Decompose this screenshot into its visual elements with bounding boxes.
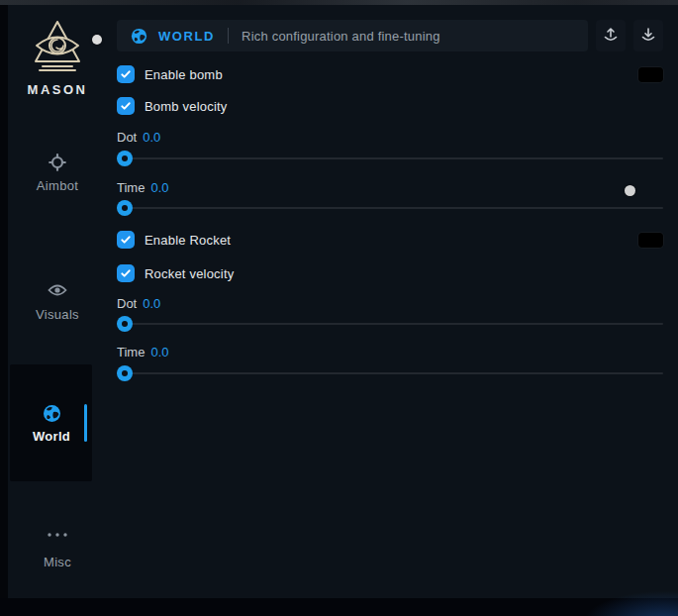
brand-name: MASON [8,82,107,97]
globe-icon [131,28,147,45]
rocket-velocity-checkbox[interactable] [117,264,135,282]
slider-value: 0.0 [150,180,168,195]
cursor-dot [92,35,102,45]
bomb-dot-slider[interactable] [117,151,663,166]
slider-name: Time [117,180,145,195]
checkbox-label: Rocket velocity [145,266,234,281]
upload-icon [603,27,619,46]
sidebar-item-label: Aimbot [8,178,107,193]
checkbox-label: Enable Rocket [145,233,231,248]
page-title: WORLD [158,29,215,44]
slider-thumb[interactable] [117,151,133,166]
download-icon [640,27,656,46]
world-settings-panel: Enable bomb Bomb velocity Dot0.0 Time0.0… [117,65,663,381]
slider-thumb[interactable] [117,365,133,381]
enable-rocket-row: Enable Rocket [117,231,663,249]
rocket-dot-slider-label: Dot0.0 [117,296,663,312]
enable-bomb-row: Enable bomb [117,65,663,83]
slider-thumb[interactable] [117,316,133,332]
slider-value: 0.0 [143,296,160,311]
slider-track[interactable] [117,157,663,159]
crosshair-icon [8,154,107,171]
rocket-color-swatch[interactable] [638,233,663,248]
checkbox-label: Bomb velocity [145,99,228,114]
bomb-velocity-checkbox[interactable] [117,97,135,115]
enable-bomb-checkbox[interactable] [117,65,135,83]
brand-logo-block: MASON [8,19,107,97]
slider-name: Dot [117,296,137,311]
sidebar: MASON Aimbot Visuals W [8,5,107,594]
sidebar-item-visuals[interactable]: Visuals [8,282,107,322]
rocket-time-slider[interactable] [117,365,663,381]
check-icon [120,234,132,246]
slider-track[interactable] [117,323,663,325]
sidebar-item-world-card[interactable]: World [10,364,92,481]
cursor-dot [625,185,635,196]
tab-title-bar: WORLD Rich configuration and fine-tuning [117,20,588,51]
page-header: WORLD Rich configuration and fine-tuning [117,20,663,51]
rocket-time-slider-label: Time0.0 [117,345,663,360]
check-icon [120,100,132,112]
bomb-dot-slider-label: Dot0.0 [117,130,663,146]
ellipsis-icon [8,530,107,548]
sidebar-item-misc[interactable]: Misc [8,530,107,569]
slider-name: Time [117,345,145,359]
slider-track[interactable] [117,372,663,374]
sidebar-item-label: Visuals [8,307,107,322]
bottom-corner-glow [520,562,678,616]
slider-value: 0.0 [143,130,160,145]
bomb-color-swatch[interactable] [638,67,663,82]
enable-rocket-checkbox[interactable] [117,231,135,249]
slider-thumb[interactable] [117,200,133,216]
slider-track[interactable] [117,207,663,209]
export-config-button[interactable] [596,20,626,51]
bomb-time-slider[interactable] [117,200,663,216]
slider-name: Dot [117,130,137,145]
slider-value: 0.0 [150,345,168,359]
sidebar-item-label: Misc [8,555,107,569]
bomb-time-slider-label: Time0.0 [117,180,663,196]
all-seeing-eye-logo-icon [8,19,107,76]
eye-icon [8,282,107,300]
sidebar-item-aimbot[interactable]: Aimbot [8,154,107,193]
check-icon [120,68,132,80]
bomb-velocity-row: Bomb velocity [117,97,663,115]
checkbox-label: Enable bomb [145,67,223,82]
page-subtitle: Rich configuration and fine-tuning [242,29,439,44]
title-divider [228,28,229,44]
rocket-dot-slider[interactable] [117,316,663,332]
check-icon [120,267,132,279]
import-config-button[interactable] [633,20,663,51]
active-tab-indicator [84,404,87,442]
rocket-velocity-row: Rocket velocity [117,264,663,282]
